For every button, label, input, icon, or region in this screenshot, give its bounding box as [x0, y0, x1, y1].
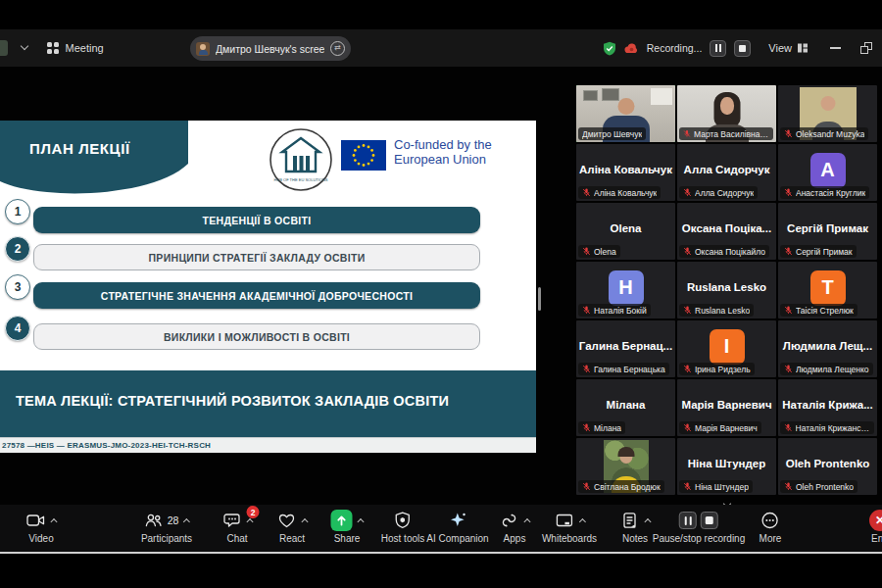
participant-name-label: Olena	[578, 245, 620, 258]
caret-up-icon[interactable]	[644, 518, 651, 525]
agenda-item-number: 1	[5, 199, 30, 224]
participant-display-name: Людмила Лещ...	[778, 340, 877, 352]
toolbar-item-label: Whiteboards	[542, 533, 597, 544]
share-button[interactable]: Share	[331, 510, 364, 544]
participant-name-label: Людмила Лещенко	[780, 363, 873, 375]
participant-name-label: Мілана	[578, 421, 625, 434]
caret-up-icon[interactable]	[246, 518, 253, 525]
muted-mic-icon	[784, 482, 793, 491]
caret-up-icon[interactable]	[183, 518, 190, 525]
participant-tile[interactable]: МіланаМілана	[576, 379, 675, 436]
participant-display-name: Ruslana Lesko	[677, 281, 776, 293]
host-tools-button[interactable]: Host tools	[381, 510, 424, 544]
caret-up-icon[interactable]	[523, 518, 530, 525]
letter-avatar: A	[810, 153, 846, 188]
muted-mic-icon	[784, 423, 793, 432]
participant-name-label: Галина Бернацька	[578, 363, 669, 375]
participant-tile[interactable]: AАнастасія Круглик	[778, 144, 877, 201]
participant-tile[interactable]: Oleksandr Muzyka	[778, 85, 877, 142]
muted-mic-icon	[784, 129, 793, 138]
participant-name-label: Марія Варневич	[679, 421, 761, 434]
participant-tile[interactable]: Алла СидорчукАлла Сидорчук	[677, 144, 776, 201]
video-button[interactable]: Video	[26, 510, 57, 544]
participant-name-label: Oleh Prontenko	[780, 480, 858, 493]
toolbar-item-label: Notes	[622, 533, 648, 544]
participant-tile[interactable]: Сергій ПримакСергій Примак	[778, 203, 877, 260]
participant-tile[interactable]: Наталія Крижа...Наталія Крижанська	[778, 379, 877, 436]
participant-tile[interactable]: Світлана Бродюк	[576, 438, 675, 495]
agenda-item-bar: ПРИНЦИПИ СТРАТЕГІЇ ЗАКЛАДУ ОСВІТИ	[33, 244, 480, 270]
participant-display-name: Сергій Примак	[778, 222, 877, 234]
security-shield-icon[interactable]	[603, 41, 616, 56]
letter-avatar: І	[710, 329, 745, 365]
apps-button[interactable]: Apps	[500, 510, 530, 544]
caret-up-icon[interactable]	[301, 518, 308, 525]
meeting-tab[interactable]: Meeting	[47, 37, 104, 59]
pause-recording-button[interactable]	[710, 40, 726, 57]
apps-icon	[500, 511, 519, 530]
stop-recording-icon	[701, 512, 718, 529]
agenda-item-bar: СТРАТЕГІЧНЕ ЗНАЧЕННЯ АКАДЕМІЧНОЇ ДОБРОЧЕ…	[33, 282, 480, 309]
participant-tile[interactable]: Марія ВарневичМарія Варневич	[677, 379, 776, 436]
muted-mic-icon	[683, 306, 692, 315]
taskbar-partial-icon	[0, 40, 8, 56]
meeting-tab-label: Meeting	[66, 42, 104, 54]
participant-name-label: Світлана Бродюк	[578, 480, 664, 493]
participant-tile[interactable]: OlenaOlena	[576, 203, 675, 260]
participant-tile[interactable]: Ruslana LeskoRuslana Lesko	[677, 262, 776, 318]
ai-companion-button[interactable]: AI Companion	[426, 510, 488, 544]
swap-screens-icon[interactable]: ⇄	[330, 41, 345, 56]
participants-button[interactable]: 28Participants	[141, 510, 192, 544]
end-button[interactable]: ✕End	[869, 510, 882, 544]
whiteboards-button[interactable]: Whiteboards	[542, 510, 597, 544]
pause-recording-icon	[679, 512, 697, 529]
muted-mic-icon	[683, 482, 692, 491]
letter-avatar: Т	[810, 270, 846, 306]
recording-cloud-icon	[624, 43, 639, 54]
participant-name-label: Ніна Штундер	[679, 480, 753, 493]
toolbar-item-label: More	[760, 533, 782, 544]
chat-button[interactable]: 2Chat	[222, 510, 253, 544]
agenda-item-bar: ТЕНДЕНЦІЇ В ОСВІТІ	[33, 207, 480, 233]
host-tools-shield-icon	[393, 511, 413, 530]
caret-up-icon[interactable]	[357, 518, 364, 525]
participant-display-name: Алла Сидорчук	[677, 164, 776, 175]
pause-stop-button[interactable]: Pause/stop recording	[653, 510, 746, 544]
participant-tile[interactable]: Людмила Лещ...Людмила Лещенко	[778, 320, 877, 377]
participant-display-name: Ніна Штундер	[677, 458, 776, 469]
stop-recording-button[interactable]	[734, 40, 751, 57]
participant-name-label: Таісія Стрелюк	[780, 304, 858, 317]
participant-tile[interactable]: Ніна ШтундерНіна Штундер	[677, 438, 776, 495]
shared-screen-tab[interactable]: Дмитро Шевчук's screen ⇄	[190, 36, 351, 61]
participant-name-label: Алла Сидорчук	[679, 186, 758, 199]
restore-window-button[interactable]	[860, 42, 872, 54]
toolbar-item-label: Apps	[504, 533, 526, 544]
react-button[interactable]: React	[277, 510, 308, 544]
agenda-item-number: 3	[5, 274, 30, 300]
more-button[interactable]: More	[760, 510, 782, 544]
participant-tile[interactable]: ННаталія Бокій	[576, 262, 675, 318]
caret-up-icon[interactable]	[578, 518, 585, 525]
participant-tile[interactable]: Марта Василівна Хрін	[677, 85, 776, 142]
muted-mic-icon	[784, 306, 793, 315]
participant-tile[interactable]: Галина Бернац...Галина Бернацька	[576, 320, 675, 377]
participant-tile[interactable]: Оксана Поціка...Оксана Поцікайло	[677, 203, 776, 260]
slide-scrollbar[interactable]	[538, 287, 541, 311]
participant-tile[interactable]: ІІрина Ридзель	[677, 320, 776, 377]
participant-tile[interactable]: ТТаісія Стрелюк	[778, 262, 877, 318]
caret-up-icon[interactable]	[50, 518, 57, 525]
participant-tile[interactable]: Oleh ProntenkoOleh Prontenko	[778, 438, 877, 495]
participant-tile[interactable]: Аліна КовальчукАліна Ковальчук	[576, 144, 675, 201]
slide-title: ПЛАН ЛЕКЦІЇ	[29, 140, 130, 157]
minimize-button[interactable]	[830, 47, 841, 49]
participant-tile[interactable]: Дмитро Шевчук	[576, 85, 675, 142]
view-button[interactable]: View	[768, 42, 808, 54]
participant-name-label: Аліна Ковальчук	[578, 186, 661, 199]
svg-text:HUB OF THE EU SOLUTIONS: HUB OF THE EU SOLUTIONS	[273, 177, 327, 182]
participants-gallery: Дмитро ШевчукМарта Василівна ХрінOleksan…	[576, 85, 877, 495]
chevron-down-icon[interactable]	[21, 42, 28, 50]
end-meeting-icon: ✕	[869, 510, 882, 531]
notes-button[interactable]: Notes	[620, 510, 651, 544]
muted-mic-icon	[683, 247, 692, 256]
toolbar-item-label: Host tools	[381, 533, 424, 544]
